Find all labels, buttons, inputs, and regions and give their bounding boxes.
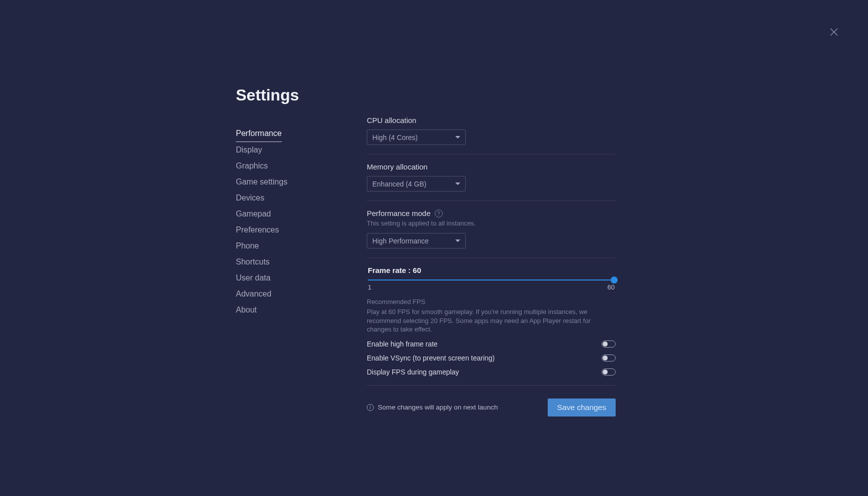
toggle-knob <box>603 342 608 346</box>
toggle-label-display-fps: Display FPS during gameplay <box>367 368 459 376</box>
frame-rate-value: 60 <box>413 266 421 274</box>
performance-mode-section: Performance mode ? This setting is appli… <box>367 209 616 258</box>
frame-rate-slider-thumb[interactable] <box>611 276 618 284</box>
help-icon[interactable]: ? <box>435 210 443 218</box>
toggle-knob <box>603 370 608 374</box>
page-title: Settings <box>236 86 343 104</box>
memory-section: Memory allocation Enhanced (4 GB) <box>367 162 616 201</box>
frame-rate-section: Frame rate : 60 1 60 Recommended FPS Pla… <box>367 266 616 386</box>
nav-item-advanced[interactable]: Advanced <box>236 286 271 302</box>
chevron-down-icon <box>455 182 460 185</box>
recommended-fps-title: Recommended FPS <box>367 298 616 306</box>
memory-label: Memory allocation <box>367 162 616 171</box>
nav-item-game-settings[interactable]: Game settings <box>236 174 287 190</box>
toggle-row-vsync: Enable VSync (to prevent screen tearing) <box>367 354 616 362</box>
info-icon: i <box>367 404 374 411</box>
toggle-label-vsync: Enable VSync (to prevent screen tearing) <box>367 354 495 362</box>
frame-rate-min: 1 <box>368 284 371 291</box>
toggle-vsync[interactable] <box>602 354 616 362</box>
main-panel: CPU allocation High (4 Cores) Memory all… <box>356 86 616 416</box>
nav-item-graphics[interactable]: Graphics <box>236 158 268 174</box>
frame-rate-slider[interactable] <box>368 280 615 280</box>
footer: i Some changes will apply on next launch… <box>367 398 616 416</box>
close-button[interactable] <box>828 26 840 38</box>
performance-mode-label: Performance mode ? <box>367 209 616 218</box>
cpu-select-value: High (4 Cores) <box>372 134 418 142</box>
memory-select[interactable]: Enhanced (4 GB) <box>367 176 466 192</box>
nav-item-user-data[interactable]: User data <box>236 270 270 286</box>
footer-note-text: Some changes will apply on next launch <box>378 404 498 411</box>
nav-item-gamepad[interactable]: Gamepad <box>236 206 271 222</box>
frame-rate-label: Frame rate : 60 <box>368 266 616 274</box>
frame-rate-max: 60 <box>608 284 615 291</box>
frame-rate-label-prefix: Frame rate : <box>368 266 413 274</box>
toggle-row-high-frame-rate: Enable high frame rate <box>367 340 616 348</box>
memory-select-value: Enhanced (4 GB) <box>372 180 426 188</box>
toggle-row-display-fps: Display FPS during gameplay <box>367 368 616 376</box>
nav-list: Performance Display Graphics Game settin… <box>236 126 343 318</box>
cpu-select[interactable]: High (4 Cores) <box>367 130 466 145</box>
footer-note: i Some changes will apply on next launch <box>367 404 498 411</box>
cpu-section: CPU allocation High (4 Cores) <box>367 116 616 154</box>
nav-item-performance[interactable]: Performance <box>236 126 282 142</box>
close-icon <box>828 26 840 38</box>
nav-item-shortcuts[interactable]: Shortcuts <box>236 254 270 270</box>
chevron-down-icon <box>455 240 460 242</box>
nav-item-phone[interactable]: Phone <box>236 238 259 254</box>
save-changes-button[interactable]: Save changes <box>548 398 616 416</box>
toggle-knob <box>603 356 608 360</box>
performance-mode-select-value: High Performance <box>372 237 429 245</box>
nav-item-display[interactable]: Display <box>236 142 262 158</box>
nav-item-devices[interactable]: Devices <box>236 190 264 206</box>
toggle-display-fps[interactable] <box>602 368 616 376</box>
cpu-label: CPU allocation <box>367 116 616 124</box>
nav-item-about[interactable]: About <box>236 302 257 318</box>
performance-mode-label-text: Performance mode <box>367 209 431 218</box>
recommended-fps-body: Play at 60 FPS for smooth gameplay. If y… <box>367 308 616 334</box>
nav-item-preferences[interactable]: Preferences <box>236 222 279 238</box>
performance-mode-select[interactable]: High Performance <box>367 233 466 248</box>
chevron-down-icon <box>455 136 460 138</box>
sidebar: Settings Performance Display Graphics Ga… <box>236 86 356 416</box>
toggle-high-frame-rate[interactable] <box>602 340 616 348</box>
toggle-label-high-frame-rate: Enable high frame rate <box>367 340 438 348</box>
frame-rate-range: 1 60 <box>367 284 616 291</box>
performance-mode-sublabel: This setting is applied to all instances… <box>367 220 616 227</box>
